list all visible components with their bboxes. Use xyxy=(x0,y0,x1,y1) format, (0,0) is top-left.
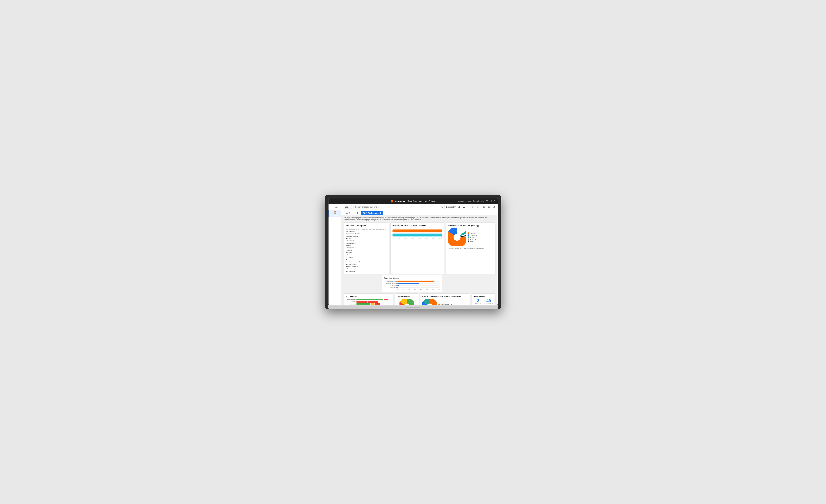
critical-assets-title: Critical business assets without stakeho… xyxy=(422,296,468,298)
link-browse-icon[interactable]: ⚯ xyxy=(467,205,470,208)
score-pie-chart xyxy=(400,299,414,305)
tab-dg-dq-label: DG & DQ Dashboard xyxy=(363,212,381,214)
content-area: Basic ▾ 🔍 Browse By ⊞ ☁ ⚯ ◎ xyxy=(341,204,498,305)
dq-completeness-label: Completeness xyxy=(346,299,356,300)
circle-browse-icon[interactable]: ◎ xyxy=(472,205,475,208)
top-bar-right: hawkupgrade_July22-fromselfservice 🔍 👤 ? xyxy=(457,200,495,202)
grid-browse-icon[interactable]: ⊟ xyxy=(487,205,491,208)
widget-bvt: Business vs Technical Asset Overview xyxy=(391,223,445,274)
gloss-cell-subdomain: 49 SUB DOMAIN xyxy=(484,299,493,304)
widget-row-1: Dashboard Description This dashboard wil… xyxy=(344,223,495,274)
chevron-down-icon: ▾ xyxy=(350,206,351,208)
business-pie-caption: Policy (91), Process (54), System (7), D… xyxy=(448,248,493,249)
legend-aimodel: AI Model: 3 xyxy=(468,241,477,242)
bvt-title: Business vs Technical Asset Overview xyxy=(393,225,442,227)
dq-consistency-label: Consistency xyxy=(346,303,356,305)
table-browse-icon[interactable]: ⊞ xyxy=(457,205,461,208)
tab-dg-dq[interactable]: DG & DQ Dashboard xyxy=(361,211,383,215)
tech-label-calc: Calculations xyxy=(384,287,397,288)
laptop-outer: Informatica | Data Governance and Catalo… xyxy=(325,195,501,309)
laptop-base xyxy=(328,305,498,309)
search-top-icon[interactable]: 🔍 xyxy=(486,200,489,202)
help-top-icon[interactable]: ? xyxy=(494,200,495,202)
cloud-browse-icon[interactable]: ☁ xyxy=(462,205,465,208)
search-input[interactable] xyxy=(355,206,439,208)
tab-more-icon: ⋯ xyxy=(493,212,495,214)
score-pie-container xyxy=(397,299,417,305)
tech-bar-calc: Calculations xyxy=(384,287,440,288)
critical-content: Business Term: 172 Process: 53 xyxy=(422,299,468,305)
legend-system-label: System: 7 xyxy=(470,237,476,238)
tech-bar-technical-fill xyxy=(398,282,440,284)
dq-consistency-bars xyxy=(356,303,392,305)
legend-policy: Policy: 91 xyxy=(468,233,477,234)
gloss-title: Gloss w/out O... xyxy=(474,296,493,297)
legend-system: System: 7 xyxy=(468,237,477,238)
business-pie-chart xyxy=(448,228,466,246)
tech-bar-catalog: Catalog Sources xyxy=(384,280,440,282)
new-button[interactable]: + + New xyxy=(329,205,341,209)
gloss-subdomain-lbl: SUB DOMAIN xyxy=(484,303,493,304)
gloss-cell-domain: 2 DOMAIN xyxy=(474,299,483,304)
plus-icon: + xyxy=(332,206,333,208)
widget-dashboard-description: Dashboard Description This dashboard wil… xyxy=(344,223,389,274)
user-name[interactable]: hawkupgrade_July22-fromselfservice xyxy=(457,200,484,202)
search-icon[interactable]: 🔍 xyxy=(440,206,443,208)
dq-completeness-bars xyxy=(356,299,392,300)
gloss-domain-lbl: DOMAIN xyxy=(475,303,481,304)
legend-process-label: Process: 54 xyxy=(470,235,477,236)
tech-label-columns: Columns xyxy=(384,285,397,286)
critical-legend: Business Term: 172 Process: 53 xyxy=(438,304,452,305)
legend-dataset-label: Dataset: 0 xyxy=(470,239,476,240)
widget-row-2: DQ Overview Completeness xyxy=(344,294,495,305)
widget-dq-scorechart: DQ Scorechart xyxy=(395,294,419,305)
app-title-bar: Informatica | Data Governance and Catalo… xyxy=(391,200,435,203)
tabs-bar: My Dashboard DG & DQ Dashboard ⋯ xyxy=(341,210,498,215)
legend-aimodel-label: AI Model: 3 xyxy=(470,241,476,242)
screen-inner: Informatica | Data Governance and Catalo… xyxy=(329,198,498,305)
dq-validity-row: Validity xyxy=(346,301,392,303)
tab-my-dashboard-label: My Dashboard xyxy=(346,212,358,214)
business-assets-title: Business assets (besides glossary) xyxy=(448,225,493,227)
dq-overview-title: DQ Overview xyxy=(346,296,392,298)
technical-assets-title: Technical Assets xyxy=(384,277,440,279)
new-label: + New xyxy=(333,206,338,208)
tab-more-button[interactable]: ⋯ xyxy=(493,212,495,214)
critical-pie-chart xyxy=(422,299,437,305)
app-body: + + New 🏠 Home Basic ▾ xyxy=(329,204,498,305)
dashboard-area: This is your home page for Data Governan… xyxy=(341,215,498,305)
tag-browse-icon[interactable]: ◇ xyxy=(476,205,480,208)
tech-label-technical: Technical datasets xyxy=(384,282,397,284)
tab-my-dashboard[interactable]: My Dashboard xyxy=(344,211,360,215)
informatica-logo-icon xyxy=(391,200,394,203)
laptop-hinge xyxy=(406,307,420,308)
search-input-wrap: 🔍 xyxy=(354,205,445,209)
widget-technical-assets: Technical Assets Catalog Sources xyxy=(382,275,442,292)
critical-legend-bt: Business Term: 172 xyxy=(438,304,452,305)
dq-consistency-row: Consistency xyxy=(346,303,392,305)
filter-browse-icon[interactable]: ▤ xyxy=(483,205,486,208)
svg-point-5 xyxy=(454,234,461,241)
tech-bar-columns: Columns xyxy=(384,285,440,286)
widget-dq-overview: DQ Overview Completeness xyxy=(344,294,394,305)
browse-icons: ⊞ ☁ ⚯ ◎ ◇ ▤ ⊟ ❐ xyxy=(457,205,495,208)
search-type-select[interactable]: Basic ▾ xyxy=(344,205,352,209)
sidebar: + + New 🏠 Home xyxy=(329,204,341,305)
dashboard-desc-text: This dashboard will give oversights on b… xyxy=(346,228,387,272)
top-bar-icons: 🔍 👤 ? xyxy=(486,200,495,202)
widget-critical-assets: Critical business assets without stakeho… xyxy=(420,294,470,305)
business-pie-legend: Policy: 91 Process: 54 Sys xyxy=(468,233,477,242)
copy-browse-icon[interactable]: ❐ xyxy=(492,205,495,208)
gloss-domain-num: 2 xyxy=(477,299,479,303)
widget-business-assets: Business assets (besides glossary) xyxy=(446,223,495,274)
tech-bar-catalog-fill xyxy=(398,280,440,282)
tech-bar-columns-fill xyxy=(398,285,440,286)
app-name: Informatica xyxy=(395,200,405,202)
widget-gloss: Gloss w/out O... 2 DOMAIN 49 SUB DOMAIN xyxy=(472,294,495,305)
tech-bar-calc-fill xyxy=(398,287,440,288)
sidebar-item-home[interactable]: 🏠 Home xyxy=(329,210,341,217)
dq-completeness-row: Completeness xyxy=(346,299,392,300)
search-bar: Basic ▾ 🔍 Browse By ⊞ ☁ ⚯ ◎ xyxy=(341,204,498,210)
user-top-icon[interactable]: 👤 xyxy=(490,200,493,202)
legend-process: Process: 54 xyxy=(468,235,477,236)
